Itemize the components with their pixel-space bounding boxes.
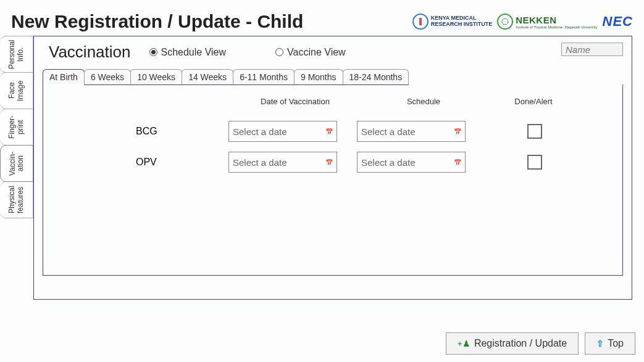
bcg-date-placeholder: Select a date: [233, 126, 287, 137]
vaccine-label-opv: OPV: [43, 157, 228, 168]
htab-18-24-months[interactable]: 18-24 Months: [343, 69, 409, 85]
sidetab-face-image[interactable]: Face Image: [0, 72, 33, 109]
opv-schedule-placeholder: Select a date: [361, 157, 416, 168]
htab-14-weeks[interactable]: 14 Weeks: [182, 69, 233, 85]
radio-vaccine-label: Vaccine View: [287, 47, 346, 58]
kemri-logo: KENYA MEDICAL RESEARCH INSTITUTE: [412, 14, 493, 30]
calendar-icon: 📅: [325, 159, 333, 166]
nekken-logo: NEKKEN Institute of Tropical Medicine, N…: [497, 14, 597, 30]
section-title: Vaccination: [49, 43, 131, 62]
opv-done-checkbox[interactable]: [527, 155, 542, 170]
bcg-schedule-picker[interactable]: Select a date 📅: [357, 121, 466, 142]
nekken-text: NEKKEN: [516, 15, 597, 25]
kemri-line2: RESEARCH INSTITUTE: [431, 22, 493, 28]
opv-schedule-picker[interactable]: Select a date 📅: [357, 152, 466, 173]
opv-date-placeholder: Select a date: [233, 157, 287, 168]
kemri-emblem-icon: [412, 14, 429, 30]
svg-point-1: [502, 19, 508, 25]
sidetab-fingerprint[interactable]: Finger- print: [0, 109, 33, 146]
bcg-date-picker[interactable]: Select a date 📅: [228, 121, 337, 142]
vaccine-row-bcg: BCG Select a date 📅 Select a date 📅: [43, 116, 622, 147]
logo-strip: KENYA MEDICAL RESEARCH INSTITUTE NEKKEN …: [412, 14, 633, 30]
registration-update-button[interactable]: +♟ Registration / Update: [446, 332, 579, 355]
htab-6-11-months[interactable]: 6-11 Months: [233, 69, 295, 85]
bcg-schedule-placeholder: Select a date: [361, 126, 416, 137]
htab-9-months[interactable]: 9 Months: [294, 69, 343, 85]
nec-logo: NEC: [603, 14, 633, 30]
radio-schedule-label: Schedule View: [161, 47, 227, 58]
htab-at-birth[interactable]: At Birth: [43, 69, 85, 85]
col-schedule: Schedule: [369, 97, 478, 106]
calendar-icon: 📅: [325, 128, 333, 135]
nekken-emblem-icon: [497, 14, 513, 30]
vaccine-row-opv: OPV Select a date 📅 Select a date 📅: [43, 147, 622, 178]
sidetab-physical-features[interactable]: Physical features: [0, 181, 33, 218]
page-title: New Registration / Update - Child: [11, 11, 412, 32]
col-done: Done/Alert: [509, 97, 558, 106]
name-input[interactable]: [561, 43, 623, 56]
radio-schedule-view[interactable]: Schedule View: [149, 47, 227, 58]
top-button[interactable]: ⇧ Top: [585, 332, 635, 355]
registration-update-label: Registration / Update: [474, 338, 567, 349]
htab-10-weeks[interactable]: 10 Weeks: [130, 69, 182, 85]
opv-date-picker[interactable]: Select a date 📅: [228, 152, 337, 173]
sidetab-vaccination[interactable]: Vaccin- ation: [0, 145, 33, 182]
svg-rect-0: [419, 18, 422, 25]
calendar-icon: 📅: [454, 128, 461, 135]
col-date: Date of Vaccination: [241, 97, 349, 106]
htab-6-weeks[interactable]: 6 Weeks: [84, 69, 131, 85]
bcg-done-checkbox[interactable]: [527, 124, 542, 139]
nekken-subtext: Institute of Tropical Medicine, Nagasaki…: [516, 25, 597, 29]
arrow-up-icon: ⇧: [596, 339, 604, 348]
vaccine-label-bcg: BCG: [43, 126, 228, 137]
radio-unchecked-icon: [275, 48, 283, 56]
sidetab-personal-info[interactable]: Personal Info.: [0, 36, 33, 73]
radio-checked-icon: [149, 48, 157, 56]
radio-vaccine-view[interactable]: Vaccine View: [275, 47, 346, 58]
person-plus-icon: +♟: [458, 339, 470, 348]
calendar-icon: 📅: [454, 159, 461, 166]
top-label: Top: [608, 338, 624, 349]
